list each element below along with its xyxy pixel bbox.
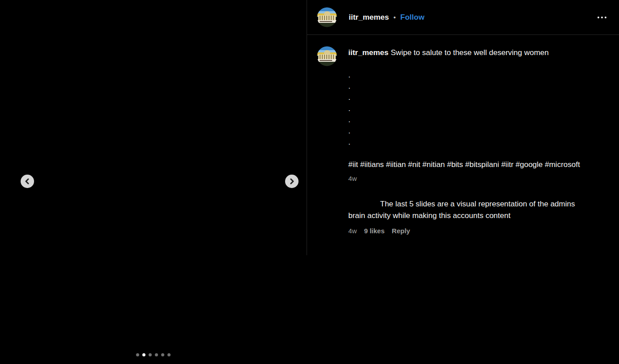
caption-dot-line: . — [348, 125, 607, 137]
post-header: iitr_memes • Follow — [307, 0, 619, 35]
caption-text: iitr_memesSwipe to salute to these well … — [348, 47, 607, 58]
caption-dot-line: . — [348, 103, 607, 114]
previous-slide-button[interactable] — [21, 175, 34, 188]
next-slide-button[interactable] — [285, 175, 299, 188]
caption-dot-lines: ....... — [348, 69, 607, 148]
iitr-memes-profile-photo-icon — [317, 7, 337, 27]
caption-dot-line: . — [348, 92, 607, 103]
separator-dot: • — [394, 13, 396, 21]
chevron-right-icon — [289, 178, 295, 184]
post-details-panel: iitr_memes • Follow — [307, 0, 619, 255]
comment-likes[interactable]: 9 likes — [364, 227, 385, 235]
caption-body: Swipe to salute to these well deserving … — [391, 48, 549, 57]
caption-dot-line: . — [348, 69, 607, 81]
chevron-left-icon — [24, 178, 30, 184]
carousel-dot[interactable] — [143, 353, 146, 356]
carousel-dot[interactable] — [136, 353, 139, 356]
caption-timestamp: 4w — [348, 174, 607, 183]
iitr-memes-profile-photo-icon — [317, 46, 337, 66]
carousel-dot[interactable] — [168, 353, 171, 356]
comment-reply-button[interactable]: Reply — [392, 227, 410, 235]
follow-button[interactable]: Follow — [400, 13, 424, 22]
comment-meta: 4w 9 likes Reply — [348, 227, 607, 235]
caption-dot-line: . — [348, 137, 607, 148]
caption-username-link[interactable]: iitr_memes — [348, 48, 389, 57]
username-link[interactable]: iitr_memes — [349, 13, 389, 22]
comments-section: iitr_memesSwipe to salute to these well … — [307, 35, 619, 235]
avatar[interactable] — [317, 46, 337, 66]
caption-hashtags[interactable]: #iit #iitians #iitian #nit #nitian #bits… — [348, 159, 607, 170]
carousel-dot[interactable] — [161, 353, 164, 356]
comment-text: The last 5 slides are a visual represent… — [348, 198, 581, 222]
carousel-dot[interactable] — [149, 353, 152, 356]
caption: iitr_memesSwipe to salute to these well … — [348, 47, 607, 235]
post-image — [0, 0, 307, 364]
post-media — [0, 0, 307, 364]
comment-timestamp: 4w — [348, 227, 357, 235]
caption-dot-line: . — [348, 114, 607, 125]
carousel-dots — [136, 353, 171, 356]
more-options-icon[interactable] — [597, 15, 606, 20]
carousel-dot[interactable] — [155, 353, 158, 356]
avatar[interactable] — [317, 7, 337, 27]
instagram-post-view: iitr_memes • Follow — [0, 0, 619, 364]
caption-dot-line: . — [348, 81, 607, 92]
